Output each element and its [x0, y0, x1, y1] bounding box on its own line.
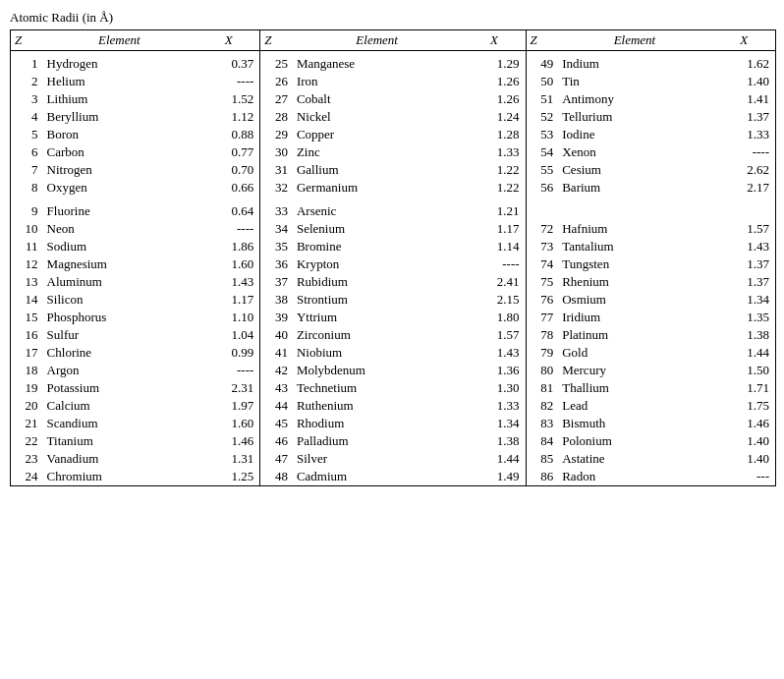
z-value: 42 [260, 362, 291, 379]
z-value: 80 [526, 362, 556, 379]
z-value: 43 [260, 379, 291, 397]
z-value: 74 [526, 255, 556, 273]
element-name: Gallium [291, 161, 463, 179]
page-title: Atomic Radii (in Å) [10, 10, 774, 26]
z-value: 15 [11, 309, 41, 326]
z-value: 27 [260, 90, 291, 108]
x-value: 1.43 [463, 344, 526, 362]
z-value: 45 [260, 415, 291, 432]
x-value: 1.35 [713, 309, 776, 326]
x-value: 1.37 [713, 273, 776, 291]
z-value: 84 [526, 432, 556, 450]
x-value: 1.14 [463, 238, 526, 255]
x-value: 1.60 [197, 415, 260, 432]
element-name: Germanium [291, 179, 463, 197]
element-name: Fluorine [41, 202, 197, 220]
z-value: 34 [260, 220, 291, 238]
z-value: 20 [11, 397, 41, 415]
element-name: Argon [41, 362, 197, 379]
x-value: --- [713, 468, 776, 486]
x-value: 1.46 [713, 415, 776, 432]
table-row: 4Beryllium1.1228Nickel1.2452Tellurium1.3… [11, 108, 776, 126]
table-row: 14Silicon1.1738Strontium2.1576Osmium1.34 [11, 291, 776, 309]
table-row: 20Calcium1.9744Ruthenium1.3382Lead1.75 [11, 397, 776, 415]
z-value: 12 [11, 255, 41, 273]
x-value: 1.33 [463, 397, 526, 415]
col2-x-header: X [463, 30, 526, 51]
z-value: 55 [526, 161, 556, 179]
element-name: Cadmium [291, 468, 463, 486]
z-value: 35 [260, 238, 291, 255]
z-value: 24 [11, 468, 41, 486]
element-name: Antimony [556, 90, 712, 108]
element-name: Radon [556, 468, 712, 486]
element-name: Carbon [41, 143, 197, 161]
element-name: Krypton [291, 255, 463, 273]
element-name: Rhenium [556, 273, 712, 291]
element-name [556, 202, 712, 220]
element-name: Rubidium [291, 273, 463, 291]
element-name: Iridium [556, 309, 712, 326]
z-value: 49 [526, 55, 556, 73]
element-name: Hafnium [556, 220, 712, 238]
x-value: ---- [463, 255, 526, 273]
element-name: Titanium [41, 432, 197, 450]
x-value: 1.17 [197, 291, 260, 309]
z-value: 86 [526, 468, 556, 486]
element-name: Nitrogen [41, 161, 197, 179]
element-name: Silicon [41, 291, 197, 309]
element-name: Vanadium [41, 450, 197, 468]
element-name: Polonium [556, 432, 712, 450]
x-value: 1.75 [713, 397, 776, 415]
z-value: 85 [526, 450, 556, 468]
x-value: 2.41 [463, 273, 526, 291]
col3-el-header: Element [556, 30, 712, 51]
x-value: 2.62 [713, 161, 776, 179]
z-value: 9 [11, 202, 41, 220]
x-value: ---- [713, 143, 776, 161]
table-row: 2Helium----26Iron1.2650Tin1.40 [11, 73, 776, 90]
col1-el-header: Element [41, 30, 197, 51]
element-name: Hydrogen [41, 55, 197, 73]
element-name: Barium [556, 179, 712, 197]
x-value: 1.57 [463, 326, 526, 344]
x-value: 0.77 [197, 143, 260, 161]
x-value: 1.71 [713, 379, 776, 397]
z-value: 29 [260, 126, 291, 143]
table-row: 18Argon----42Molybdenum1.3680Mercury1.50 [11, 362, 776, 379]
z-value: 21 [11, 415, 41, 432]
element-name: Manganese [291, 55, 463, 73]
element-name: Tungsten [556, 255, 712, 273]
z-value: 18 [11, 362, 41, 379]
x-value: 1.24 [463, 108, 526, 126]
table-row: 10Neon----34Selenium1.1772Hafnium1.57 [11, 220, 776, 238]
x-value: 1.37 [713, 108, 776, 126]
element-name: Zirconium [291, 326, 463, 344]
element-name: Copper [291, 126, 463, 143]
table-row: 11Sodium1.8635Bromine1.1473Tantalium1.43 [11, 238, 776, 255]
z-value: 4 [11, 108, 41, 126]
x-value: 1.22 [463, 179, 526, 197]
x-value: 0.37 [197, 55, 260, 73]
z-value: 78 [526, 326, 556, 344]
z-value [526, 202, 556, 220]
x-value: 1.25 [197, 468, 260, 486]
x-value: 1.57 [713, 220, 776, 238]
element-name: Thallium [556, 379, 712, 397]
element-name: Iron [291, 73, 463, 90]
z-value: 75 [526, 273, 556, 291]
x-value: 1.29 [463, 55, 526, 73]
x-value: 1.40 [713, 73, 776, 90]
element-name: Selenium [291, 220, 463, 238]
z-value: 16 [11, 326, 41, 344]
z-value: 46 [260, 432, 291, 450]
x-value: 1.30 [463, 379, 526, 397]
x-value [713, 202, 776, 220]
z-value: 48 [260, 468, 291, 486]
z-value: 52 [526, 108, 556, 126]
z-value: 22 [11, 432, 41, 450]
table-row: 21Scandium1.6045Rhodium1.3483Bismuth1.46 [11, 415, 776, 432]
x-value: 2.17 [713, 179, 776, 197]
atomic-radii-table: Z Element X Z Element X Z Element X 1Hyd… [10, 29, 776, 486]
x-value: 1.44 [463, 450, 526, 468]
